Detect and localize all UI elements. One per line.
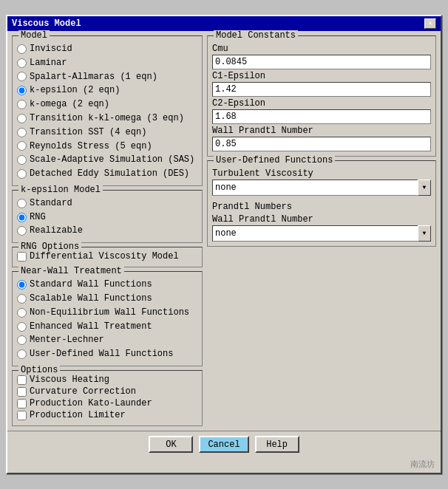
radio-trans-sst: Transition SST (4 eqn) bbox=[17, 126, 197, 140]
radio-spalart-input[interactable] bbox=[17, 72, 27, 81]
near-wall-radio-group: Standard Wall Functions Scalable Wall Fu… bbox=[17, 278, 197, 361]
wall-prandtl-const-input[interactable] bbox=[212, 137, 431, 151]
wall-prandtl-dropdown[interactable]: none bbox=[212, 225, 431, 242]
radio-sas-input[interactable] bbox=[17, 155, 27, 165]
radio-enhanced-wall-label: Enhanced Wall Treatment bbox=[30, 321, 152, 333]
radio-kepsilon: k-epsilon (2 eqn) bbox=[17, 83, 197, 98]
radio-kepsilon-input[interactable] bbox=[17, 86, 27, 95]
c2eps-label: C2-Epsilon bbox=[212, 97, 431, 109]
rng-options-group: RNG Options Differential Viscosity Model bbox=[12, 247, 203, 267]
radio-menter-input[interactable] bbox=[17, 335, 27, 345]
radio-trans-kk: Transition k-kl-omega (3 eqn) bbox=[17, 112, 197, 126]
help-button[interactable]: Help bbox=[255, 436, 299, 453]
c1eps-label: C1-Epsilon bbox=[212, 69, 431, 82]
model-constants-group: Model Constants Cmu C1-Epsilon C2-Epsilo… bbox=[207, 35, 436, 157]
turb-visc-dropdown[interactable]: none bbox=[212, 179, 431, 196]
kepsilon-radio-group: Standard RNG Realizable bbox=[17, 196, 197, 238]
viscous-heat-checkbox[interactable] bbox=[17, 375, 27, 385]
radio-standard-wall-input[interactable] bbox=[17, 280, 27, 290]
radio-reynolds: Reynolds Stress (5 eqn) bbox=[17, 140, 197, 154]
radio-rng: RNG bbox=[17, 211, 197, 225]
button-bar: OK Cancel Help bbox=[7, 431, 441, 457]
radio-trans-kk-input[interactable] bbox=[17, 114, 27, 123]
curvature-label: Curvature Correction bbox=[30, 386, 136, 397]
prod-kato-label: Production Kato-Launder bbox=[30, 398, 152, 408]
radio-komega-label: k-omega (2 eqn) bbox=[30, 98, 109, 111]
radio-trans-sst-label: Transition SST (4 eqn) bbox=[30, 126, 146, 139]
radio-enhanced-wall-input[interactable] bbox=[17, 322, 27, 332]
cmu-label: Cmu bbox=[212, 42, 431, 55]
watermark: 南流坊 bbox=[7, 457, 441, 473]
radio-inviscid: Inviscid bbox=[17, 42, 197, 56]
diff-visc-checkbox[interactable] bbox=[17, 252, 27, 261]
viscous-model-window: Viscous Model ✕ Model Inviscid Laminar bbox=[6, 15, 442, 474]
radio-komega: k-omega (2 eqn) bbox=[17, 98, 197, 112]
radio-sas: Scale-Adaptive Simulation (SAS) bbox=[17, 153, 197, 167]
radio-reynolds-label: Reynolds Stress (5 eqn) bbox=[30, 140, 152, 153]
radio-realizable-input[interactable] bbox=[17, 226, 27, 236]
prod-kato-item: Production Kato-Launder bbox=[17, 397, 197, 409]
prod-limiter-label: Production Limiter bbox=[30, 410, 126, 420]
radio-scalable-wall-input[interactable] bbox=[17, 294, 27, 304]
cmu-input[interactable] bbox=[212, 55, 431, 69]
near-wall-label: Near-Wall Treatment bbox=[18, 266, 124, 276]
title-bar: Viscous Model ✕ bbox=[7, 16, 441, 31]
options-group: Options Viscous Heating Curvature Correc… bbox=[12, 370, 203, 426]
left-panel: Model Inviscid Laminar Spalart-Allmaras … bbox=[12, 35, 203, 426]
wall-prandtl-const-label: Wall Prandtl Number bbox=[212, 124, 431, 137]
radio-realizable-label: Realizable bbox=[30, 225, 83, 237]
radio-scalable-wall: Scalable Wall Functions bbox=[17, 292, 197, 306]
user-defined-label: User-Defined Functions bbox=[214, 155, 335, 165]
window-title: Viscous Model bbox=[12, 18, 81, 29]
radio-komega-input[interactable] bbox=[17, 100, 27, 109]
model-group: Model Inviscid Laminar Spalart-Allmaras … bbox=[12, 35, 203, 186]
close-button[interactable]: ✕ bbox=[424, 18, 436, 29]
kepsilon-group: k-epsilon Model Standard RNG Realizable bbox=[12, 190, 203, 243]
radio-trans-kk-label: Transition k-kl-omega (3 eqn) bbox=[30, 112, 184, 125]
model-radio-group: Inviscid Laminar Spalart-Allmaras (1 eqn… bbox=[17, 42, 197, 181]
kepsilon-group-label: k-epsilon Model bbox=[18, 185, 103, 195]
user-defined-group: User-Defined Functions Turbulent Viscosi… bbox=[207, 160, 436, 247]
near-wall-group: Near-Wall Treatment Standard Wall Functi… bbox=[12, 271, 203, 366]
constants-fields: Cmu C1-Epsilon C2-Epsilon Wall Prandtl N… bbox=[212, 42, 431, 151]
viscous-heat-label: Viscous Heating bbox=[30, 375, 109, 385]
model-constants-label: Model Constants bbox=[214, 30, 298, 41]
prod-kato-checkbox[interactable] bbox=[17, 399, 27, 408]
radio-scalable-wall-label: Scalable Wall Functions bbox=[30, 293, 152, 305]
radio-laminar-input[interactable] bbox=[17, 58, 27, 68]
user-defined-fields: Turbulent Viscosity none ▼ Prandtl Numbe… bbox=[212, 167, 431, 242]
prandtl-numbers-label: Prandtl Numbers bbox=[212, 200, 431, 213]
radio-user-wall-input[interactable] bbox=[17, 349, 27, 359]
c1eps-input[interactable] bbox=[212, 82, 431, 97]
rng-options-label: RNG Options bbox=[18, 242, 81, 252]
radio-inviscid-input[interactable] bbox=[17, 44, 27, 54]
diff-visc-item: Differential Viscosity Model bbox=[17, 250, 197, 262]
radio-non-eq-wall: Non-Equilibrium Wall Functions bbox=[17, 306, 197, 320]
radio-trans-sst-input[interactable] bbox=[17, 128, 27, 137]
cancel-button[interactable]: Cancel bbox=[199, 436, 248, 453]
radio-non-eq-wall-input[interactable] bbox=[17, 308, 27, 318]
ok-button[interactable]: OK bbox=[149, 436, 193, 453]
options-group-label: Options bbox=[18, 365, 60, 375]
title-bar-buttons: ✕ bbox=[424, 18, 436, 29]
radio-reynolds-input[interactable] bbox=[17, 141, 27, 151]
radio-non-eq-wall-label: Non-Equilibrium Wall Functions bbox=[30, 307, 189, 319]
radio-standard-input[interactable] bbox=[17, 199, 27, 208]
prod-limiter-item: Production Limiter bbox=[17, 409, 197, 421]
radio-sas-label: Scale-Adaptive Simulation (SAS) bbox=[30, 154, 194, 166]
radio-standard-wall-label: Standard Wall Functions bbox=[30, 278, 152, 291]
radio-standard-label: Standard bbox=[30, 197, 72, 210]
wall-prandtl-dropdown-wrapper: none ▼ bbox=[212, 225, 431, 242]
window-content: Model Inviscid Laminar Spalart-Allmaras … bbox=[7, 31, 441, 431]
radio-menter-label: Menter-Lechner bbox=[30, 334, 104, 346]
radio-rng-input[interactable] bbox=[17, 213, 27, 222]
radio-inviscid-label: Inviscid bbox=[30, 43, 72, 55]
radio-laminar-label: Laminar bbox=[30, 57, 67, 69]
radio-kepsilon-label: k-epsilon (2 eqn) bbox=[30, 84, 120, 97]
curvature-checkbox[interactable] bbox=[17, 387, 27, 397]
radio-realizable: Realizable bbox=[17, 224, 197, 238]
prod-limiter-checkbox[interactable] bbox=[17, 411, 27, 420]
radio-des-input[interactable] bbox=[17, 169, 27, 179]
radio-spalart-label: Spalart-Allmaras (1 eqn) bbox=[30, 71, 157, 83]
c2eps-input[interactable] bbox=[212, 109, 431, 124]
